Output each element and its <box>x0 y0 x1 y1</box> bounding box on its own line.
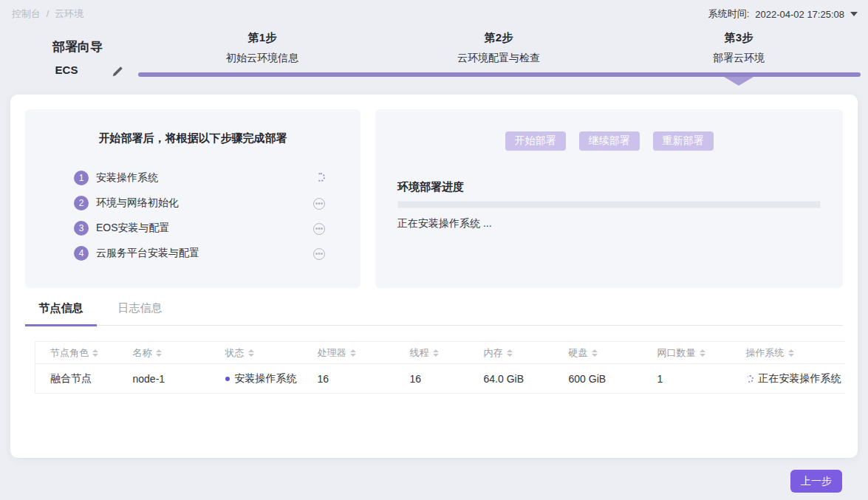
sort-arrows-icon[interactable] <box>788 349 794 357</box>
node-table: 节点角色 名称 状态 处理器 线程 内存 硬盘 网口数量 操作系统 融合节点 n… <box>35 341 845 394</box>
sort-arrows-icon[interactable] <box>248 349 254 357</box>
cell-name: node-1 <box>118 364 211 394</box>
deploy-step-item: 3 EOS安装与配置 ••• <box>74 221 325 236</box>
cell-node-role: 融合节点 <box>35 364 118 394</box>
step-number-badge: 4 <box>74 246 89 261</box>
cell-status: 安装操作系统 <box>211 364 303 394</box>
col-nic-count[interactable]: 网口数量 <box>643 342 731 364</box>
wizard-step-number: 第1步 <box>166 31 358 45</box>
wizard-step-number: 第2步 <box>403 31 595 45</box>
step-label: 云服务平台安装与配置 <box>96 247 199 260</box>
redeploy-button[interactable]: 重新部署 <box>653 131 714 151</box>
col-node-role[interactable]: 节点角色 <box>35 342 118 364</box>
wizard-step-number: 第3步 <box>643 31 835 45</box>
cell-nic-count: 1 <box>643 364 731 394</box>
col-status[interactable]: 状态 <box>211 342 303 364</box>
cell-memory: 64.0 GiB <box>469 364 554 394</box>
breadcrumb: 控制台 / 云环境 <box>12 7 86 21</box>
sort-arrows-icon[interactable] <box>92 349 98 357</box>
loading-spinner-icon <box>316 173 325 182</box>
cell-threads: 16 <box>395 364 469 394</box>
sort-arrows-icon[interactable] <box>350 349 356 357</box>
step-label: 安装操作系统 <box>96 171 158 185</box>
sort-arrows-icon[interactable] <box>592 349 598 357</box>
deploy-steps-panel: 开始部署后，将根据以下步骤完成部署 1 安装操作系统 2 环境与网络初始化 ••… <box>25 109 360 288</box>
deploy-buttons-row: 开始部署 继续部署 重新部署 <box>375 131 843 151</box>
col-os[interactable]: 操作系统 <box>731 342 845 364</box>
cell-os: 正在安装操作系统 <box>731 364 845 394</box>
sort-arrows-icon[interactable] <box>700 349 705 357</box>
pending-ellipsis-icon: ••• <box>313 223 325 235</box>
wizard-step-label: 初始云环境信息 <box>166 52 358 65</box>
step-label: 环境与网络初始化 <box>96 196 179 210</box>
col-cpu[interactable]: 处理器 <box>303 342 395 364</box>
wizard-step-1: 第1步 初始云环境信息 <box>166 31 358 65</box>
step-number-badge: 2 <box>74 196 89 210</box>
info-tabbar: 节点信息 日志信息 <box>25 301 843 326</box>
sort-arrows-icon[interactable] <box>507 349 513 357</box>
progress-bar <box>397 201 821 208</box>
system-time-label: 系统时间: <box>708 7 750 21</box>
step-number-badge: 3 <box>74 221 89 236</box>
deploy-steps-list: 1 安装操作系统 2 环境与网络初始化 ••• 3 EOS安装与配置 ••• 4… <box>74 171 325 261</box>
system-time-value: 2022-04-02 17:25:08 <box>755 9 844 20</box>
col-name[interactable]: 名称 <box>118 342 211 364</box>
cell-disk: 600 GiB <box>554 364 643 394</box>
col-threads[interactable]: 线程 <box>395 342 469 364</box>
progress-heading: 环境部署进度 <box>397 180 464 194</box>
active-step-arrow-icon <box>724 77 753 86</box>
table-row: 融合节点 node-1 安装操作系统 16 16 64.0 GiB 600 Gi… <box>35 364 845 394</box>
tab-log-info[interactable]: 日志信息 <box>104 301 176 325</box>
deploy-step-item: 2 环境与网络初始化 ••• <box>74 196 325 210</box>
pencil-icon[interactable] <box>111 65 124 78</box>
pending-ellipsis-icon: ••• <box>313 198 325 210</box>
chevron-down-icon[interactable] <box>850 12 858 16</box>
start-deploy-button[interactable]: 开始部署 <box>505 131 566 151</box>
step-label: EOS安装与配置 <box>96 222 170 235</box>
table-header-row: 节点角色 名称 状态 处理器 线程 内存 硬盘 网口数量 操作系统 <box>35 342 845 364</box>
col-disk[interactable]: 硬盘 <box>554 342 643 364</box>
wizard-step-3: 第3步 部署云环境 <box>643 31 835 65</box>
system-time-selector[interactable]: 系统时间: 2022-04-02 17:25:08 <box>708 7 858 21</box>
deploy-progress-panel: 开始部署 继续部署 重新部署 环境部署进度 正在安装操作系统 ... <box>375 109 843 288</box>
wizard-title: 部署向导 <box>30 38 126 55</box>
wizard-name: ECS <box>30 64 103 76</box>
deploy-step-item: 4 云服务平台安装与配置 ••• <box>74 246 325 261</box>
breadcrumb-separator: / <box>47 8 49 19</box>
continue-deploy-button[interactable]: 继续部署 <box>579 131 640 151</box>
progress-status-text: 正在安装操作系统 ... <box>397 217 492 230</box>
tab-node-info[interactable]: 节点信息 <box>25 301 97 326</box>
sort-arrows-icon[interactable] <box>433 349 439 357</box>
pending-ellipsis-icon: ••• <box>313 248 325 260</box>
wizard-step-label: 部署云环境 <box>643 52 835 65</box>
main-card: 开始部署后，将根据以下步骤完成部署 1 安装操作系统 2 环境与网络初始化 ••… <box>10 95 858 458</box>
breadcrumb-item-console[interactable]: 控制台 <box>12 8 41 19</box>
col-memory[interactable]: 内存 <box>469 342 554 364</box>
cell-cpu: 16 <box>303 364 395 394</box>
wizard-step-label: 云环境配置与检查 <box>403 52 595 65</box>
sort-arrows-icon[interactable] <box>156 349 162 357</box>
deploy-step-item: 1 安装操作系统 <box>74 171 325 185</box>
previous-step-button[interactable]: 上一步 <box>790 470 842 493</box>
breadcrumb-item-cloud-env[interactable]: 云环境 <box>55 8 83 19</box>
deploy-steps-heading: 开始部署后，将根据以下步骤完成部署 <box>25 131 360 145</box>
status-dot-icon <box>225 377 230 381</box>
loading-spinner-icon <box>746 375 753 383</box>
step-number-badge: 1 <box>74 171 89 185</box>
wizard-step-2: 第2步 云环境配置与检查 <box>403 31 595 65</box>
